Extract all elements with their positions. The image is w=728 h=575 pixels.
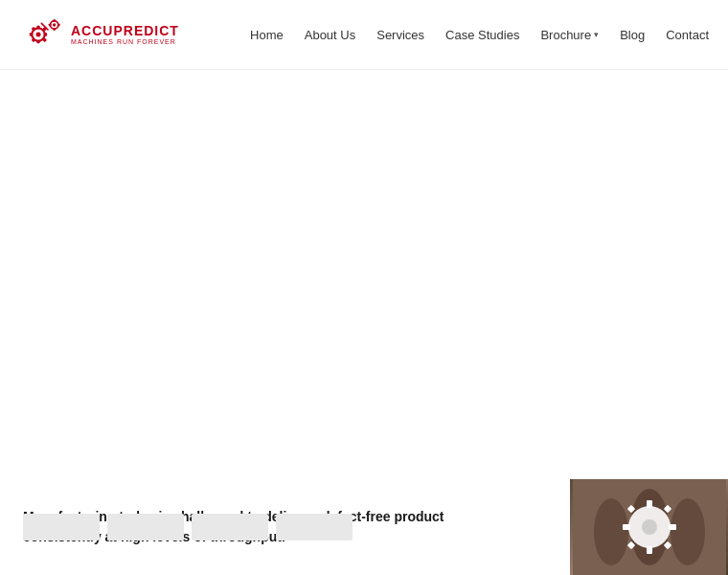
logo-text: ACCUPREDICT MACHINES RUN FOREVER — [71, 24, 179, 45]
svg-rect-14 — [49, 24, 51, 27]
gear-image-svg — [573, 479, 726, 575]
slide-thumbnails — [0, 479, 570, 575]
nav-item-case-studies[interactable]: Case Studies — [445, 28, 519, 42]
svg-rect-3 — [36, 40, 39, 43]
slide-thumb-4[interactable] — [276, 514, 353, 540]
logo-name: ACCUPREDICT — [71, 24, 179, 37]
logo-area: ACCUPREDICT MACHINES RUN FOREVER — [19, 15, 179, 54]
svg-point-20 — [671, 498, 705, 565]
svg-point-1 — [36, 33, 41, 37]
svg-rect-24 — [647, 546, 652, 554]
site-header: ACCUPREDICT MACHINES RUN FOREVER Home Ab… — [0, 0, 728, 70]
slide-thumb-2[interactable] — [107, 514, 184, 540]
nav-item-blog[interactable]: Blog — [620, 28, 645, 42]
svg-rect-4 — [30, 33, 33, 35]
slide-thumb-3[interactable] — [192, 514, 268, 540]
logo-tagline: MACHINES RUN FOREVER — [71, 38, 179, 45]
svg-rect-15 — [57, 24, 60, 27]
nav-item-about[interactable]: About Us — [305, 28, 355, 42]
nav-item-brochure[interactable]: Brochure ▾ — [540, 28, 599, 42]
nav-item-home[interactable]: Home — [250, 28, 284, 42]
main-content: Manufacturing today is challenged to del… — [0, 70, 728, 575]
svg-rect-26 — [669, 524, 676, 530]
nav-item-contact[interactable]: Contact — [666, 28, 709, 42]
svg-rect-8 — [32, 37, 36, 42]
brochure-dropdown-arrow: ▾ — [594, 30, 599, 39]
svg-rect-2 — [36, 26, 39, 29]
svg-rect-23 — [647, 500, 652, 508]
gear-image — [570, 479, 728, 575]
svg-point-18 — [594, 498, 628, 565]
svg-point-22 — [642, 519, 657, 535]
svg-rect-12 — [53, 19, 56, 22]
nav-item-services[interactable]: Services — [376, 28, 424, 42]
slide-thumb-1[interactable] — [23, 514, 100, 540]
svg-rect-25 — [623, 524, 630, 530]
svg-rect-13 — [53, 28, 56, 31]
svg-rect-5 — [44, 33, 47, 35]
hero-area — [0, 70, 728, 482]
logo-svg-image — [19, 15, 67, 54]
main-nav: Home About Us Services Case Studies Broc… — [250, 28, 709, 42]
svg-point-11 — [53, 23, 56, 26]
hero-image-panel — [570, 479, 728, 575]
logo-icon: ACCUPREDICT MACHINES RUN FOREVER — [19, 15, 179, 54]
svg-rect-6 — [32, 27, 36, 32]
